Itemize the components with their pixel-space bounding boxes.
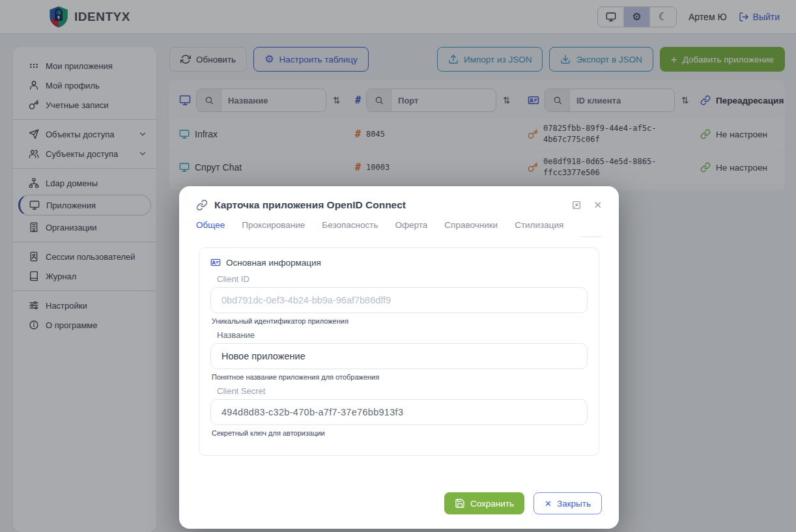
client-id-field[interactable] [210,287,588,313]
modal-tabs: Общее Проксирование Безопасность Оферта … [179,212,619,237]
save-button[interactable]: Сохранить [444,492,524,514]
save-label: Сохранить [470,499,514,509]
name-helper: Понятное название приложения для отображ… [212,373,588,381]
client-secret-helper: Секретный ключ для авторизации [212,429,588,437]
application-card-modal: Карточка приложения OpenID Connect ✕ Общ… [179,186,619,529]
modal-window-controls: ✕ [571,199,602,211]
close-label: Закрыть [557,499,591,509]
name-label: Название [217,330,588,340]
save-icon [455,498,465,509]
tabs-divider [580,219,602,237]
close-icon: ✕ [545,499,552,509]
link-icon [196,199,208,211]
tab-general[interactable]: Общее [196,220,225,237]
modal-footer: Сохранить ✕ Закрыть [179,492,619,529]
tab-proxying[interactable]: Проксирование [242,220,305,237]
id-card-icon [210,257,221,268]
tab-security[interactable]: Безопасность [322,220,378,237]
client-secret-label: Client Secret [217,386,588,396]
client-id-label: Client ID [217,274,588,284]
app-root: IDENTYX ⚙ ☾ Артем Ю Выйти [0,0,796,532]
section-header: Основная информация [210,257,588,268]
main-info-section: Основная информация Client ID Уникальный… [199,247,599,456]
modal-body: Основная информация Client ID Уникальный… [179,237,619,492]
tab-offer[interactable]: Оферта [395,220,427,237]
close-icon[interactable]: ✕ [593,199,602,211]
modal-header: Карточка приложения OpenID Connect ✕ [179,186,619,212]
close-button[interactable]: ✕ Закрыть [533,492,602,514]
modal-title: Карточка приложения OpenID Connect [214,199,571,211]
client-secret-field[interactable] [210,399,588,425]
client-id-helper: Уникальный идентификатор приложения [212,317,588,325]
name-field[interactable] [210,343,588,369]
section-title: Основная информация [226,258,321,268]
collapse-button[interactable] [571,200,582,210]
tab-directories[interactable]: Справочники [444,220,498,237]
collapse-icon [571,200,582,210]
tab-styling[interactable]: Стилизация [515,220,563,237]
